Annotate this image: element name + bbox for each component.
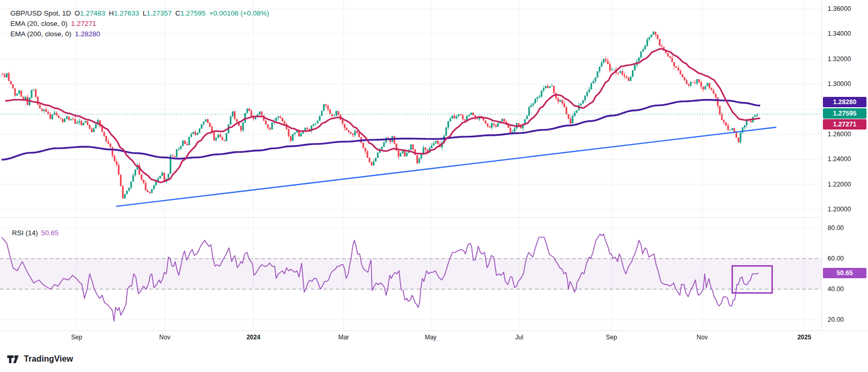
- symbol-legend-row[interactable]: GBP/USD Spot, 1D O1.27483 H1.27633 L1.27…: [10, 8, 271, 19]
- time-axis-label: 2024: [247, 334, 261, 341]
- time-axis[interactable]: SepNov2024MarMayJulSepNov2025: [0, 331, 868, 345]
- price-axis-label: 1.20000: [828, 206, 851, 213]
- price-axis-label: 1.26000: [828, 131, 851, 138]
- ema200-value: 1.28280: [75, 30, 101, 38]
- tradingview-attribution[interactable]: TradingView: [7, 354, 73, 364]
- ohlc-high-letter: H: [109, 9, 114, 17]
- time-axis-label: 2025: [798, 334, 812, 341]
- ema200-legend-row[interactable]: EMA (200, close, 0) 1.28280: [10, 29, 271, 39]
- symbol-title: GBP/USD Spot, 1D: [10, 9, 71, 17]
- price-axis-label: 1.36000: [828, 5, 851, 12]
- ohlc-close-letter: C: [175, 9, 180, 17]
- price-axis-label: 1.32000: [828, 55, 851, 63]
- rsi-legend-row[interactable]: RSI (14)50.65: [12, 229, 59, 237]
- rsi-label: RSI (14): [12, 229, 38, 237]
- rsi-axis-label: 80.00: [828, 224, 844, 232]
- time-axis-label: Sep: [71, 334, 82, 341]
- time-axis-label: Jul: [515, 334, 523, 341]
- time-axis-label: Mar: [338, 334, 349, 341]
- price-badge: 1.27595: [823, 108, 866, 119]
- rsi-axis-label: 60.00: [828, 255, 844, 262]
- time-axis-label: Sep: [606, 334, 617, 341]
- price-axis-label: 1.34000: [828, 30, 851, 37]
- tradingview-chart-window: GBP/USD Spot, 1D O1.27483 H1.27633 L1.27…: [0, 0, 868, 372]
- rsi-value-badge: 50.65: [823, 268, 866, 278]
- ema20-legend-row[interactable]: EMA (20, close, 0) 1.27271: [10, 19, 271, 29]
- price-axis-label: 1.22000: [828, 181, 851, 188]
- ohlc-close-value: 1.27595: [180, 9, 206, 17]
- rsi-pane-canvas[interactable]: [0, 218, 821, 331]
- ohlc-low-letter: L: [143, 9, 147, 17]
- ema20-line[interactable]: [5, 49, 760, 182]
- rsi-axis-label: 40.00: [828, 285, 844, 293]
- time-axis-label: Nov: [696, 334, 707, 341]
- ohlc-open-letter: O: [75, 9, 80, 17]
- tradingview-logo-icon: [7, 355, 19, 364]
- legend: GBP/USD Spot, 1D O1.27483 H1.27633 L1.27…: [10, 8, 271, 39]
- ohlc-open-value: 1.27483: [80, 9, 105, 17]
- ema20-label: EMA (20, close, 0): [10, 20, 67, 27]
- price-axis-label: 1.24000: [828, 155, 851, 163]
- rsi-axis-label: 20.00: [828, 316, 844, 323]
- price-badge: 1.27271: [823, 119, 866, 130]
- change-value: +0.00106 (+0.08%): [209, 9, 269, 17]
- rsi-band: [0, 259, 821, 289]
- time-axis-label: Nov: [159, 334, 170, 341]
- price-badge: 1.28280: [823, 97, 866, 107]
- price-axis[interactable]: 1.360001.340001.320001.300001.260001.240…: [821, 0, 868, 331]
- ema20-value: 1.27271: [71, 20, 96, 27]
- price-axis-label: 1.30000: [828, 80, 851, 88]
- pane-separator[interactable]: [0, 217, 821, 218]
- brand-name: TradingView: [24, 354, 73, 364]
- rsi-value: 50.65: [41, 229, 59, 237]
- candlestick-series[interactable]: [2, 31, 758, 198]
- time-axis-label: May: [425, 334, 437, 341]
- ohlc-low-value: 1.27357: [147, 9, 172, 17]
- ohlc-high-value: 1.27633: [114, 9, 139, 17]
- ema200-label: EMA (200, close, 0): [10, 30, 72, 38]
